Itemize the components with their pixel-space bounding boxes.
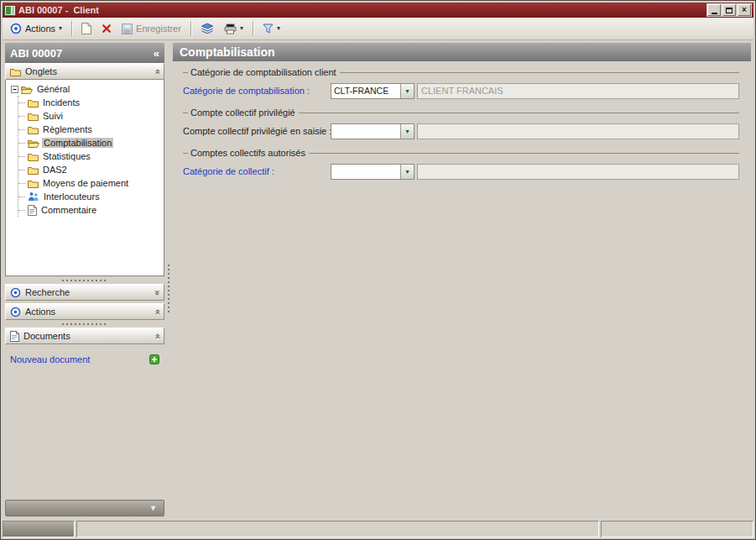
filter-funnel-icon xyxy=(263,24,274,34)
panel-header-documents[interactable]: Documents » xyxy=(5,328,164,344)
combobox-dropdown-icon[interactable]: ▼ xyxy=(400,84,414,98)
maximize-button[interactable] xyxy=(722,4,736,16)
panel-header-onglets[interactable]: Onglets » xyxy=(5,63,164,80)
tree-item-suivi[interactable]: Suivi xyxy=(18,109,162,123)
tree-item-statistiques[interactable]: Statistiques xyxy=(18,149,162,163)
printer-icon xyxy=(224,24,237,34)
tree-item-label: Statistiques xyxy=(41,151,92,161)
panel-splitter-handle[interactable] xyxy=(5,276,164,284)
tree-item-label: Suivi xyxy=(41,111,65,121)
people-icon xyxy=(28,191,39,202)
toolbar-separator xyxy=(190,21,191,36)
group-legend-collectifs-autorises: Comptes collectifs autorisés xyxy=(183,147,741,159)
chevron-up-icon: » xyxy=(152,309,161,314)
chevron-up-icon: » xyxy=(152,333,161,338)
sidebar-title: ABI 00007 xyxy=(10,47,154,60)
main-body: Catégorie de comptabilisation client Cat… xyxy=(173,61,751,516)
tree-item-general[interactable]: Général xyxy=(8,82,162,96)
group-legend-text: Compte collectif privilégié xyxy=(188,107,299,118)
panel-header-actions[interactable]: Actions » xyxy=(5,303,164,320)
statusbar xyxy=(3,519,753,537)
group-legend-compte-collectif: Compte collectif privilégié xyxy=(183,107,741,118)
categorie-comptabilisation-description-field: CLIENT FRANCAIS xyxy=(417,83,739,99)
toolbar-separator xyxy=(253,21,253,36)
main-panel: Comptabilisation Catégorie de comptabili… xyxy=(173,43,751,516)
app-window: ABI 00007 - Client × Actions ▾ xyxy=(0,0,756,540)
tree-item-comptabilisation[interactable]: Comptabilisation xyxy=(18,136,162,149)
chevron-down-icon: ▾ xyxy=(277,25,280,32)
tree-item-interlocuteurs[interactable]: Interlocuteurs xyxy=(18,190,162,203)
chevron-down-icon: ▾ xyxy=(240,25,243,32)
print-button[interactable]: ▾ xyxy=(220,19,248,38)
save-icon xyxy=(122,24,133,34)
folder-icon xyxy=(28,165,39,175)
chevron-down-icon: ▼ xyxy=(149,504,157,512)
categorie-collectif-combobox[interactable]: ▼ xyxy=(331,164,414,180)
vertical-splitter[interactable] xyxy=(164,43,173,516)
new-document-row: Nouveau document xyxy=(5,349,164,368)
window-controls: × xyxy=(706,3,752,17)
delete-x-icon xyxy=(102,24,112,34)
page-title: Comptabilisation xyxy=(180,45,275,59)
folder-icon xyxy=(28,112,39,121)
minimize-button[interactable] xyxy=(707,4,721,16)
panel-splitter-handle[interactable] xyxy=(5,320,164,328)
tree-item-label: DAS2 xyxy=(41,165,69,175)
toolbar-separator xyxy=(71,21,72,36)
actions-menu-button[interactable]: Actions ▾ xyxy=(6,19,66,38)
open-folder-icon xyxy=(28,139,39,148)
categorie-comptabilisation-label[interactable]: Catégorie de comptabilisation : xyxy=(183,86,331,96)
tree-item-label-selected: Comptabilisation xyxy=(42,138,113,148)
delete-button[interactable] xyxy=(97,19,116,38)
statusbar-cell-middle xyxy=(76,521,599,537)
new-document-link[interactable]: Nouveau document xyxy=(10,354,149,364)
save-label: Enregistrer xyxy=(136,24,181,34)
window-title: ABI 00007 - Client xyxy=(18,5,704,15)
statusbar-cell-left xyxy=(3,521,75,537)
combobox-dropdown-icon[interactable]: ▼ xyxy=(400,124,414,139)
tree-item-reglements[interactable]: Règlements xyxy=(18,123,162,136)
tree-item-label: Commentaire xyxy=(39,205,98,215)
categorie-collectif-label[interactable]: Catégorie de collectif : xyxy=(183,166,331,176)
tree-item-commentaire[interactable]: Commentaire xyxy=(18,203,162,217)
statusbar-cell-right xyxy=(601,521,753,537)
close-button[interactable]: × xyxy=(738,4,751,16)
tree-item-moyens-de-paiement[interactable]: Moyens de paiement xyxy=(18,176,162,190)
panel-documents-label: Documents xyxy=(23,331,150,341)
add-plus-icon[interactable] xyxy=(149,354,159,364)
panel-header-recherche[interactable]: Recherche » xyxy=(5,284,164,301)
compte-collectif-saisie-combobox[interactable]: ▼ xyxy=(331,123,414,139)
tree-item-das2[interactable]: DAS2 xyxy=(18,163,162,176)
chevron-up-icon: » xyxy=(152,69,161,74)
tree-item-label: Moyens de paiement xyxy=(41,178,130,188)
layers-icon xyxy=(201,23,214,34)
refresh-data-button[interactable] xyxy=(196,19,218,38)
tree-item-label: Règlements xyxy=(41,124,94,134)
onglets-tree: Général Incidents Suivi Règlements xyxy=(5,80,164,276)
combobox-dropdown-icon[interactable]: ▼ xyxy=(400,165,414,179)
actions-label: Actions xyxy=(25,24,55,34)
group-legend-comptabilisation-client: Catégorie de comptabilisation client xyxy=(183,66,741,78)
save-button[interactable]: Enregistrer xyxy=(117,19,185,38)
sidebar-bottom-bar[interactable]: ▼ xyxy=(5,500,164,516)
actions-target-icon xyxy=(10,307,21,317)
sidebar-empty-space xyxy=(5,368,164,500)
filter-button[interactable]: ▾ xyxy=(258,19,284,38)
documents-icon xyxy=(10,331,19,342)
collapse-expander-icon[interactable] xyxy=(11,86,18,93)
tree-item-label: Interlocuteurs xyxy=(42,191,102,202)
tree-item-incidents[interactable]: Incidents xyxy=(18,96,162,109)
new-page-button[interactable] xyxy=(77,19,96,38)
categorie-collectif-description-field xyxy=(417,164,739,180)
document-icon xyxy=(28,205,37,216)
open-folder-icon xyxy=(21,85,33,94)
folder-icon xyxy=(10,67,21,76)
categorie-comptabilisation-combobox[interactable]: CLT-FRANCE ▼ xyxy=(331,83,414,99)
sidebar-collapse-button[interactable]: « xyxy=(154,47,159,60)
compte-collectif-saisie-description-field xyxy=(417,123,739,139)
sidebar-header: ABI 00007 « xyxy=(5,43,164,63)
search-target-icon xyxy=(10,287,21,298)
actions-target-icon xyxy=(10,23,22,34)
folder-icon xyxy=(28,179,39,188)
tree-children: Incidents Suivi Règlements Comptabilisat… xyxy=(18,96,162,217)
